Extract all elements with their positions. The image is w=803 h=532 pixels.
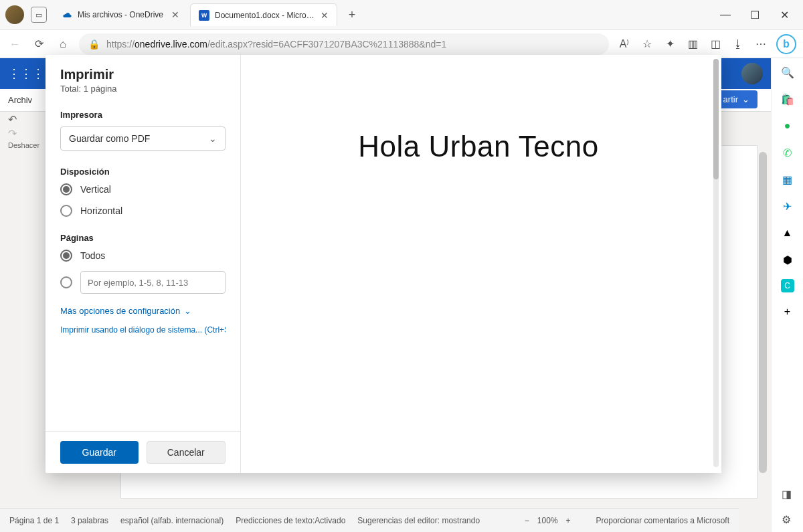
read-aloud-icon[interactable]: A⁾ (617, 37, 632, 52)
status-predictions[interactable]: Predicciones de texto:Activado (236, 516, 345, 525)
word-icon: W (199, 10, 209, 21)
redo-icon[interactable]: ↷ (8, 127, 39, 140)
add-sidebar-icon[interactable]: + (780, 304, 795, 319)
radio-icon (60, 250, 72, 262)
system-dialog-label: Imprimir usando el diálogo de sistema...… (60, 325, 226, 335)
search-icon[interactable]: 🔍 (780, 65, 795, 80)
sidebar-panel-toggle[interactable]: ◨ (779, 486, 794, 501)
tab-actions-icon[interactable]: ▭ (31, 7, 47, 23)
print-dialog: Imprimir Total: 1 página Impresora Guard… (46, 55, 721, 473)
zoom-level: 100% (537, 516, 558, 525)
share-button[interactable]: artir ⌄ (715, 90, 757, 108)
radio-icon (60, 276, 72, 288)
preview-content: Hola Urban Tecno (248, 130, 709, 163)
chevron-down-icon: ⌄ (184, 306, 191, 316)
tab-title: Mis archivos - OneDrive (78, 10, 166, 19)
new-tab-button[interactable]: + (343, 5, 361, 24)
radio-icon (60, 205, 72, 217)
collections-icon[interactable]: ▥ (685, 37, 700, 52)
url-prefix: https:// (106, 39, 135, 50)
settings-icon[interactable]: ⚙ (779, 512, 794, 527)
svg-text:W: W (201, 12, 207, 19)
chevron-down-icon: ⌄ (209, 133, 217, 144)
pages-all-radio[interactable]: Todos (60, 250, 226, 262)
radio-icon (60, 183, 72, 195)
print-settings-panel: Imprimir Total: 1 página Impresora Guard… (46, 55, 241, 473)
maximize-button[interactable]: ☐ (747, 7, 763, 23)
bing-chat-icon[interactable]: b (776, 34, 796, 54)
printer-label: Impresora (60, 110, 226, 120)
print-preview: Hola Urban Tecno (241, 55, 721, 473)
favorite-icon[interactable]: ☆ (640, 37, 654, 52)
downloads-icon[interactable]: ⭳ (731, 37, 745, 52)
layout-horizontal-radio[interactable]: Horizontal (60, 205, 226, 217)
print-subtitle: Total: 1 página (60, 84, 226, 94)
status-page[interactable]: Página 1 de 1 (9, 516, 59, 525)
url-host: onedrive.live.com (135, 39, 207, 50)
system-dialog-link[interactable]: Imprimir usando el diálogo de sistema...… (60, 325, 226, 335)
extensions-icon[interactable]: ✦ (662, 37, 677, 52)
canva-icon[interactable]: C (781, 279, 794, 292)
undo-label: Deshacer (8, 141, 39, 149)
profile-avatar[interactable] (5, 5, 24, 24)
layout-horizontal-label: Horizontal (80, 205, 122, 216)
more-settings-link[interactable]: Más opciones de configuración ⌄ (60, 306, 226, 316)
lock-icon: 🔒 (88, 39, 100, 50)
status-bar: Página 1 de 1 3 palabras español (alfab.… (0, 508, 739, 532)
split-screen-icon[interactable]: ◫ (708, 37, 723, 52)
scrollbar[interactable] (759, 152, 767, 473)
browser-tab-word[interactable]: W Documento1.docx - Microsoft ✕ (190, 3, 337, 26)
pages-range-input[interactable] (80, 271, 226, 294)
drive-icon[interactable]: ▲ (780, 226, 795, 240)
spotify-icon[interactable]: ● (780, 118, 795, 133)
close-icon[interactable]: ✕ (321, 10, 329, 21)
close-window-button[interactable]: ✕ (776, 7, 792, 23)
refresh-button[interactable]: ⟳ (31, 36, 47, 52)
layout-label: Disposición (60, 167, 226, 177)
pages-label: Páginas (60, 233, 226, 243)
status-editor[interactable]: Sugerencias del editor: mostrando (357, 516, 480, 525)
print-footer: Guardar Cancelar (46, 431, 240, 473)
print-title: Imprimir (60, 67, 226, 82)
zoom-in-button[interactable]: + (566, 516, 571, 525)
pages-custom-radio[interactable] (60, 271, 226, 294)
layout-vertical-label: Vertical (80, 184, 111, 195)
trello-icon[interactable]: ▦ (780, 172, 795, 187)
pages-all-label: Todos (80, 250, 105, 261)
onedrive-icon (62, 9, 72, 20)
user-avatar[interactable] (741, 63, 763, 84)
status-language[interactable]: español (alfab. internacional) (120, 516, 224, 525)
zoom-out-button[interactable]: − (525, 516, 529, 525)
browser-tab-strip: ▭ Mis archivos - OneDrive ✕ W Documento1… (0, 0, 803, 30)
layout-vertical-radio[interactable]: Vertical (60, 183, 226, 195)
more-settings-label: Más opciones de configuración (60, 306, 180, 316)
tab-title: Documento1.docx - Microsoft (215, 11, 315, 20)
printer-select[interactable]: Guardar como PDF ⌄ (60, 126, 226, 151)
app-launcher-icon[interactable]: ⋮⋮⋮ (8, 66, 44, 81)
browser-tab-onedrive[interactable]: Mis archivos - OneDrive ✕ (54, 3, 187, 26)
close-icon[interactable]: ✕ (171, 9, 179, 20)
home-button[interactable]: ⌂ (55, 36, 71, 52)
save-button[interactable]: Guardar (60, 441, 139, 464)
tool-icon[interactable]: ⬢ (780, 252, 795, 267)
zoom-controls: − 100% + (525, 516, 571, 525)
preview-scrollbar-thumb[interactable] (713, 59, 719, 179)
whatsapp-icon[interactable]: ✆ (780, 145, 795, 160)
url-path: /edit.aspx?resid=6ACFF3071207BA3C%211138… (207, 39, 446, 50)
undo-icon[interactable]: ↶ (8, 113, 39, 126)
shopping-icon[interactable]: 🛍️ (780, 92, 795, 106)
status-feedback[interactable]: Proporcionar comentarios a Microsoft (596, 516, 729, 525)
telegram-icon[interactable]: ✈ (780, 199, 795, 213)
undo-group: ↶ ↷ Deshacer (8, 113, 39, 149)
more-icon[interactable]: ⋯ (753, 37, 768, 52)
address-bar[interactable]: 🔒 https:// onedrive.live.com /edit.aspx?… (79, 33, 609, 55)
share-label: artir (723, 94, 738, 104)
cancel-button[interactable]: Cancelar (147, 441, 226, 464)
printer-value: Guardar como PDF (69, 133, 150, 144)
back-button[interactable]: ← (7, 36, 23, 52)
edge-sidebar: 🔍 🛍️ ● ✆ ▦ ✈ ▲ ⬢ C + (771, 58, 803, 532)
minimize-button[interactable]: ― (717, 7, 733, 23)
menu-file[interactable]: Archiv (8, 95, 32, 105)
status-words[interactable]: 3 palabras (71, 516, 108, 525)
window-controls: ― ☐ ✕ (717, 7, 798, 23)
